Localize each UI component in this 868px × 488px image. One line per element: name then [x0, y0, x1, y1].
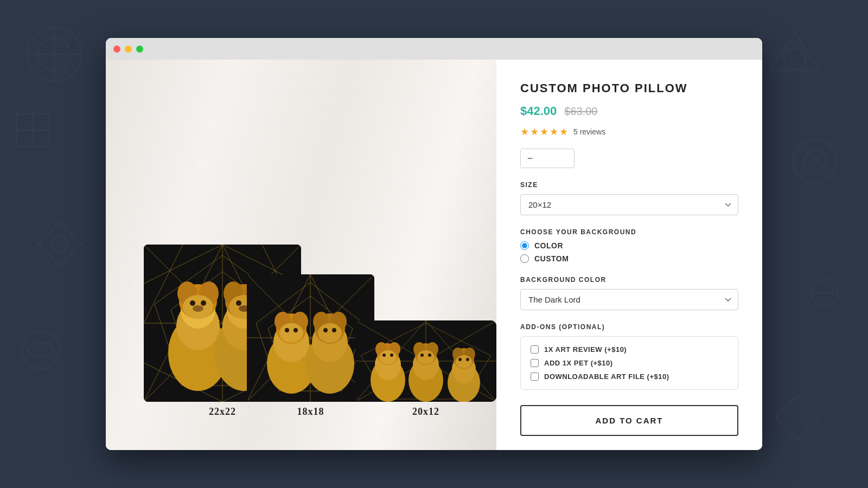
- price-row: $42.00 $63.00: [520, 104, 738, 118]
- svg-point-41: [190, 300, 195, 306]
- background-custom-option[interactable]: CUSTOM: [520, 254, 738, 263]
- pillow-small: 20x12: [355, 320, 496, 418]
- browser-titlebar: [106, 38, 762, 60]
- reviews-count: 5 reviews: [573, 127, 605, 136]
- svg-rect-14: [811, 279, 838, 306]
- minimize-dot[interactable]: [125, 46, 132, 53]
- addon-downloadable-checkbox[interactable]: [531, 373, 539, 381]
- svg-point-108: [456, 355, 472, 368]
- pillow-image-small: [355, 320, 496, 402]
- bg-color-section: BACKGROUND COLOR The Dark Lord Midnight …: [520, 276, 738, 310]
- addon-art-review[interactable]: 1X ART REVIEW (+$10): [531, 345, 728, 354]
- svg-rect-4: [16, 114, 49, 146]
- close-dot[interactable]: [113, 46, 120, 53]
- background-color-label: COLOR: [534, 241, 563, 250]
- size-select[interactable]: 20×12 18×18 22×22: [520, 194, 738, 215]
- background-color-option[interactable]: COLOR: [520, 241, 738, 250]
- bg-color-label: BACKGROUND COLOR: [520, 276, 738, 284]
- quantity-stepper: − +: [520, 149, 575, 168]
- background-section: CHOOSE YOUR BACKGROUND COLOR CUSTOM: [520, 228, 738, 263]
- svg-point-70: [293, 328, 298, 332]
- addon-art-review-label: 1X ART REVIEW (+$10): [544, 345, 627, 354]
- browser-window: 22x22: [106, 38, 762, 450]
- svg-point-78: [332, 328, 336, 332]
- addon-add-pet-checkbox[interactable]: [531, 359, 539, 367]
- background-custom-label: CUSTOM: [534, 254, 569, 263]
- svg-point-51: [236, 300, 241, 306]
- pillow-label-large: 22x22: [209, 406, 236, 418]
- pillow-label-medium: 18x18: [297, 406, 324, 418]
- pillow-label-small: 20x12: [412, 406, 439, 418]
- svg-point-109: [458, 358, 462, 361]
- size-section: SIZE 20×12 18×18 22×22: [520, 181, 738, 215]
- background-color-radio[interactable]: [520, 241, 529, 250]
- pillows-container: 22x22: [106, 60, 496, 450]
- product-image-area: 22x22: [106, 60, 496, 450]
- bg-color-select[interactable]: The Dark Lord Midnight Blue Forest Green: [520, 289, 738, 310]
- addon-art-review-checkbox[interactable]: [531, 345, 539, 354]
- svg-point-92: [379, 350, 397, 364]
- addon-downloadable-label: DOWNLOADABLE ART FILE (+$10): [544, 373, 669, 381]
- svg-point-7: [52, 236, 68, 252]
- browser-content: 22x22: [106, 60, 762, 450]
- product-info-panel: CUSTOM PHOTO PILLOW $42.00 $63.00 ★★★★★ …: [496, 60, 762, 450]
- svg-point-11: [793, 139, 837, 183]
- maximize-dot[interactable]: [136, 46, 143, 53]
- star-rating: ★★★★★: [520, 126, 569, 138]
- quantity-decrease-button[interactable]: −: [521, 149, 539, 168]
- svg-point-100: [417, 350, 435, 364]
- svg-point-13: [812, 158, 818, 164]
- addon-add-pet-label: ADD 1X PET (+$10): [544, 359, 613, 367]
- svg-point-102: [428, 354, 431, 357]
- addon-downloadable[interactable]: DOWNLOADABLE ART FILE (+$10): [531, 373, 728, 381]
- reviews-row: ★★★★★ 5 reviews: [520, 126, 738, 138]
- addons-label: ADD-ONS (OPTIONAL): [520, 323, 738, 331]
- add-to-cart-button[interactable]: ADD TO CART: [520, 405, 738, 436]
- svg-point-69: [285, 328, 289, 332]
- addons-box: 1X ART REVIEW (+$10) ADD 1X PET (+$10) D…: [520, 336, 738, 390]
- svg-point-42: [201, 300, 206, 306]
- svg-point-101: [420, 354, 424, 357]
- svg-point-94: [390, 354, 393, 357]
- svg-point-68: [279, 323, 303, 343]
- background-custom-radio[interactable]: [520, 254, 529, 263]
- svg-point-77: [323, 328, 328, 332]
- addon-add-pet[interactable]: ADD 1X PET (+$10): [531, 359, 728, 367]
- quantity-input[interactable]: [539, 154, 575, 163]
- svg-point-1: [38, 38, 71, 70]
- svg-marker-9: [770, 33, 819, 70]
- size-label: SIZE: [520, 181, 738, 189]
- background-section-label: CHOOSE YOUR BACKGROUND: [520, 228, 738, 236]
- addons-section: ADD-ONS (OPTIONAL) 1X ART REVIEW (+$10) …: [520, 323, 738, 390]
- price-current: $42.00: [520, 104, 557, 118]
- svg-point-0: [27, 27, 81, 81]
- svg-point-93: [382, 354, 386, 357]
- price-original: $63.00: [564, 105, 597, 118]
- svg-point-43: [193, 305, 203, 312]
- product-title: CUSTOM PHOTO PILLOW: [520, 81, 738, 95]
- svg-point-12: [804, 150, 826, 172]
- svg-point-110: [466, 358, 469, 361]
- svg-point-10: [784, 48, 806, 69]
- product-page: 22x22: [106, 60, 762, 450]
- svg-point-8: [22, 331, 60, 369]
- svg-point-76: [318, 323, 342, 343]
